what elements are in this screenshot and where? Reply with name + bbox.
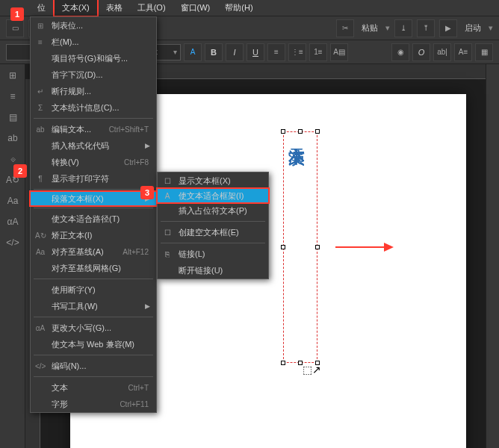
tb-btn-1[interactable]: ▭ [6,19,24,37]
text-frame-result: 演示文本演示文本演示文本演示文本 [406,135,430,404]
sub-fit-frame[interactable]: A使文本适合框架(I) [156,187,270,204]
menu-glyphs[interactable]: 字形Ctrl+F11 [31,396,156,412]
menu-text[interactable]: 文本(X) [53,0,99,17]
arrow-indicator [335,240,395,255]
fit-icon: A [162,192,173,200]
cursor-icon: ⬚↗ [303,364,321,376]
italic-icon[interactable]: I [226,43,244,61]
sub-unlink: 断开链接(U) [158,262,268,279]
tool-7[interactable]: Aa [1,191,24,211]
break-icon: ↵ [35,87,46,96]
menu-separator [34,118,153,119]
tool-1[interactable]: ⊞ [1,66,24,85]
sub-show-frame[interactable]: ☐显示文本框(X) [158,172,268,189]
menu-change-case[interactable]: αA更改大小写(G)... [31,320,156,336]
menu-help[interactable]: 帮助(H) [217,0,260,16]
menu-stats[interactable]: Σ文本统计信息(C)... [31,99,156,116]
menu-separator [34,317,153,317]
menu-linebreak[interactable]: ↵断行规则... [31,83,156,99]
menu-show-nonprint[interactable]: ¶显示非打印字符 [31,170,156,187]
frame-icon: ☐ [162,177,173,185]
tool-2[interactable]: ≡ [1,87,24,106]
edit-icon: ab [35,125,46,134]
svg-marker-1 [384,243,394,252]
menu-separator [34,279,153,279]
menu-separator [34,189,153,190]
sub-placeholder: 插入占位符文本(P) [158,202,268,219]
menu-separator [34,355,153,355]
more-icon[interactable]: ▦ [475,43,493,61]
right-panel-edge [486,64,499,448]
menu-separator [34,208,153,208]
tool-8[interactable]: αA [1,212,24,231]
badge-1: 1 [10,7,24,21]
handle-tr[interactable] [315,129,320,134]
indent-icon[interactable]: A▤ [330,43,348,61]
tool-4[interactable]: ab [1,128,24,148]
menu-placeholder[interactable]: 位 [30,0,53,16]
menu-fit-path[interactable]: 使文本适合路径(T) [31,211,156,227]
menu-bullets[interactable]: 项目符号(G)和编号... [31,50,156,66]
menu-edit-text[interactable]: ab编辑文本...Ctrl+Shift+T [31,121,156,137]
menu-align-grid[interactable]: 对齐至基线网格(G) [31,260,156,276]
menu-window[interactable]: 窗口(W) [173,0,218,16]
bold-icon[interactable]: B [205,43,223,61]
launch-button[interactable]: 启动 [462,22,484,34]
menu-separator [161,221,265,222]
o-icon[interactable]: O [412,43,430,61]
menu-tools[interactable]: 工具(O) [130,0,173,16]
empty-icon: ☐ [162,228,173,237]
handle-mr[interactable] [315,245,320,249]
tool-3[interactable]: ▤ [1,108,24,127]
para-icon: ¶ [35,175,46,183]
ab-icon[interactable]: ab| [433,43,451,61]
menu-web-compat[interactable]: 使文本与 Web 兼容(M) [31,336,156,352]
stats-icon: Σ [35,104,46,112]
list-bullet-icon[interactable]: ⋮≡ [288,43,306,61]
paste-button[interactable]: 粘贴 [359,22,381,34]
menu-separator [34,376,153,377]
menu-writing-tools[interactable]: 书写工具(W)▶ [31,298,156,314]
menu-tabs[interactable]: ⊞制表位... [31,17,156,34]
menu-separator [161,243,265,243]
list-number-icon[interactable]: 1≡ [309,43,327,61]
rotate-icon: A↻ [35,231,46,240]
menu-straighten[interactable]: A↻矫正文本(I) [31,227,156,243]
sub-link: ⎘链接(L) [158,246,268,262]
play-icon[interactable]: ▶ [439,19,457,37]
paragraph-frame-submenu: ☐显示文本框(X) A使文本适合框架(I) 插入占位符文本(P) ☐创建空文本框… [157,172,269,279]
underline-icon[interactable]: U [247,43,264,61]
text-menu-dropdown: ⊞制表位... ≡栏(M)... 项目符号(G)和编号... 首字下沉(D)..… [30,16,157,413]
import-icon[interactable]: ⤓ [394,19,412,37]
align-left-icon[interactable]: ≡ [267,43,285,61]
columns-icon: ≡ [35,38,46,46]
menu-encoding[interactable]: </>编码(N)... [31,358,156,374]
case-icon: αA [35,324,46,332]
menubar: 位 文本(X) 表格 工具(O) 窗口(W) 帮助(H) [0,0,499,16]
align-text-icon[interactable]: A≡ [454,43,472,61]
handle-tm[interactable] [298,129,303,134]
font-color[interactable]: A [184,43,202,61]
menu-table[interactable]: 表格 [99,0,130,16]
menu-hyphenation[interactable]: 使用断字(Y) [31,281,156,298]
handle-bl[interactable] [281,361,285,365]
effect-icon[interactable]: ◉ [391,43,409,61]
text-frame-selected[interactable]: 演示文本演示文本演示文 ⬚↗ [283,131,317,363]
menu-paragraph-frame[interactable]: 段落文本框(X)▶ [29,190,158,207]
crop-icon[interactable]: ✂ [336,19,354,37]
menu-text-panel[interactable]: 文本Ctrl+T [31,379,156,396]
baseline-icon: Aa [35,248,46,256]
menu-insert-code[interactable]: 插入格式化代码▶ [31,137,156,154]
badge-3: 3 [140,186,154,199]
menu-dropcap[interactable]: 首字下沉(D)... [31,66,156,83]
handle-tl[interactable] [281,129,285,134]
menu-align-baseline[interactable]: Aa对齐至基线(A)Alt+F12 [31,243,156,260]
left-toolbar: ⊞ ≡ ▤ ab ⟐ A↻ Aa αA </> [0,64,25,448]
export-icon[interactable]: ⤒ [417,19,435,37]
badge-2: 2 [13,164,27,178]
code-icon: </> [35,362,46,370]
sub-create-empty: ☐创建空文本框(E) [158,224,268,240]
menu-columns[interactable]: ≡栏(M)... [31,34,156,50]
tool-9[interactable]: </> [1,233,24,252]
handle-ml[interactable] [281,245,285,249]
